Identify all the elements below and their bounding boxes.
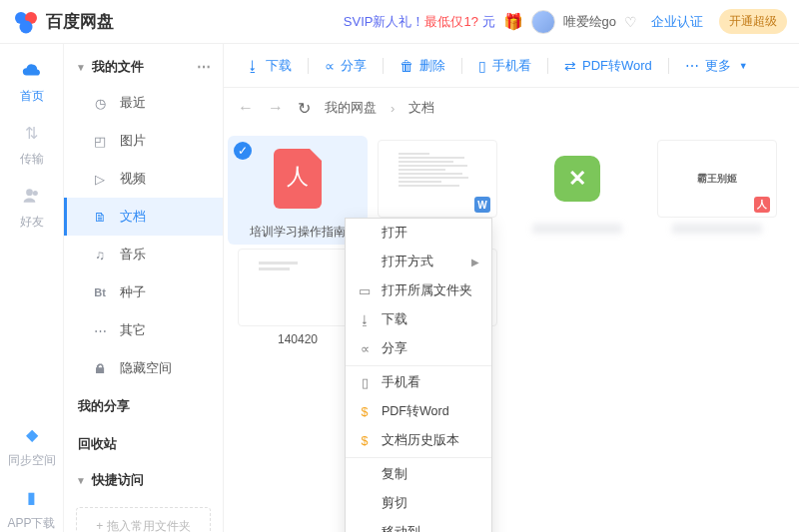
gift-icon[interactable]: 🎁 [503, 12, 523, 31]
ctx-open[interactable]: 打开 [346, 219, 491, 248]
refresh-button[interactable]: ↻ [298, 99, 311, 118]
nav-sidebar: ▼我的文件⋯ ◷最近 ◰图片 ▷视频 🗎文档 ♫音乐 Bt种子 ⋯其它 🔒︎隐藏… [64, 44, 224, 532]
ctx-pdf2word[interactable]: $PDF转Word [346, 397, 491, 426]
word-badge-icon: W [474, 197, 490, 213]
share-icon: ∝ [358, 341, 372, 356]
logo-icon [12, 8, 40, 36]
file-tile[interactable]: 霸王别姬人 [647, 136, 787, 245]
tb-download[interactable]: ⭳下载 [238, 53, 300, 79]
context-menu: 打开 打开方式▶ ▭打开所属文件夹 ⭳下载 ∝分享 ▯手机看 $PDF转Word… [345, 218, 492, 532]
ctx-share[interactable]: ∝分享 [346, 334, 491, 363]
tb-mobile[interactable]: ▯手机看 [470, 53, 539, 79]
trash-icon: 🗑︎ [400, 58, 413, 74]
nav-hidden[interactable]: 🔒︎隐藏空间 [64, 349, 223, 387]
drop-zone[interactable]: + 拖入常用文件夹 [76, 507, 211, 532]
coin-icon: $ [358, 434, 372, 448]
folder-icon: ▭ [358, 283, 372, 298]
svg-point-3 [26, 189, 33, 196]
file-name [532, 224, 622, 234]
nav-group-myfiles[interactable]: ▼我的文件⋯ [64, 50, 223, 84]
nav-docs[interactable]: 🗎文档 [64, 198, 223, 236]
pdf-icon: ⇄ [564, 58, 576, 74]
tb-share[interactable]: ∝分享 [317, 53, 375, 79]
share-icon: ∝ [325, 58, 335, 74]
svg-point-4 [32, 191, 37, 196]
ctx-history[interactable]: $文档历史版本 [346, 426, 491, 455]
forward-button[interactable]: → [268, 99, 284, 117]
ctx-open-folder[interactable]: ▭打开所属文件夹 [346, 276, 491, 305]
more-icon[interactable]: ⋯ [197, 59, 211, 75]
tb-pdf2word[interactable]: ⇄PDF转Word [556, 53, 660, 79]
cloud-icon [18, 56, 46, 84]
nav-recent[interactable]: ◷最近 [64, 84, 223, 122]
rail-sync[interactable]: ◆同步空间 [8, 420, 56, 469]
tb-more[interactable]: ⋯更多▼ [677, 53, 756, 79]
doc-icon: 🗎 [92, 210, 108, 225]
nav-seeds[interactable]: Bt种子 [64, 273, 223, 311]
chevron-right-icon: › [391, 101, 395, 116]
nav-trash[interactable]: 回收站 [64, 425, 223, 463]
ctx-cut[interactable]: 剪切 [346, 489, 491, 518]
doc-thumb [253, 258, 343, 317]
transfer-icon: ⇅ [18, 119, 46, 147]
nav-group-quick[interactable]: ▼快捷访问 [64, 463, 223, 497]
pdf-badge-icon: 人 [754, 197, 770, 213]
music-icon: ♫ [92, 248, 108, 263]
ctx-open-with[interactable]: 打开方式▶ [346, 248, 491, 276]
download-icon: ⭳ [246, 58, 260, 74]
ctx-copy[interactable]: 复制 [346, 460, 491, 489]
nav-share[interactable]: 我的分享 [64, 387, 223, 425]
caret-down-icon: ▼ [76, 62, 86, 73]
phone-icon: ▯ [358, 375, 372, 390]
nav-music[interactable]: ♫音乐 [64, 236, 223, 273]
doc-thumb [393, 149, 482, 209]
clock-icon: ◷ [92, 96, 108, 111]
rail-friends[interactable]: 好友 [18, 182, 46, 231]
svg-point-2 [20, 20, 33, 33]
tb-delete[interactable]: 🗑︎删除 [392, 53, 453, 79]
seed-icon: Bt [92, 286, 108, 298]
left-rail: 首页 ⇅传输 好友 ◆同步空间 ▮APP下载 [0, 44, 64, 532]
sync-icon: ◆ [18, 420, 46, 448]
lock-icon: 🔒︎ [92, 361, 108, 376]
caret-down-icon: ▼ [739, 61, 748, 71]
back-button[interactable]: ← [238, 99, 254, 117]
enterprise-link[interactable]: 企业认证 [651, 13, 703, 31]
username[interactable]: 唯爱绘go [563, 13, 616, 31]
mobile-icon: ▮ [17, 483, 45, 511]
coin-icon: $ [358, 405, 372, 419]
chevron-right-icon: ▶ [471, 257, 479, 267]
breadcrumb: ← → ↻ 我的网盘 › 文档 [224, 88, 799, 128]
crumb-root[interactable]: 我的网盘 [325, 99, 377, 117]
image-icon: ◰ [92, 134, 108, 149]
nav-images[interactable]: ◰图片 [64, 122, 223, 160]
nav-other[interactable]: ⋯其它 [64, 311, 223, 349]
rail-download[interactable]: ▮APP下载 [7, 483, 55, 532]
file-tile[interactable]: ✕ [507, 136, 647, 245]
caret-down-icon: ▼ [76, 475, 86, 486]
upgrade-button[interactable]: 开通超级 [719, 9, 787, 34]
header-right: SVIP新人礼！最低仅1? 元 🎁 唯爱绘go ♡ 企业认证 开通超级 [344, 9, 787, 34]
more-icon: ⋯ [685, 58, 699, 74]
ctx-move-to[interactable]: 移动到 [346, 518, 491, 532]
excel-icon: ✕ [554, 156, 600, 202]
rail-home[interactable]: 首页 [18, 56, 46, 105]
download-icon: ⭳ [358, 313, 372, 327]
pdf-icon [274, 149, 322, 209]
header: 百度网盘 SVIP新人礼！最低仅1? 元 🎁 唯爱绘go ♡ 企业认证 开通超级 [0, 0, 799, 44]
ctx-mobile[interactable]: ▯手机看 [346, 368, 491, 397]
nav-videos[interactable]: ▷视频 [64, 160, 223, 198]
video-icon: ▷ [92, 172, 108, 187]
file-name: 140420 [278, 332, 318, 346]
avatar[interactable] [531, 10, 555, 34]
logo[interactable]: 百度网盘 [12, 8, 114, 36]
vip-icon[interactable]: ♡ [624, 14, 637, 30]
crumb-current: 文档 [408, 99, 434, 117]
rail-transfer[interactable]: ⇅传输 [18, 119, 46, 168]
promo-link[interactable]: SVIP新人礼！最低仅1? 元 [344, 13, 495, 31]
app-name: 百度网盘 [46, 10, 114, 33]
ctx-download[interactable]: ⭳下载 [346, 305, 491, 334]
toolbar: ⭳下载 ∝分享 🗑︎删除 ▯手机看 ⇄PDF转Word ⋯更多▼ [224, 44, 799, 88]
file-name: 培训学习操作指南 [250, 224, 346, 241]
other-icon: ⋯ [92, 323, 108, 338]
